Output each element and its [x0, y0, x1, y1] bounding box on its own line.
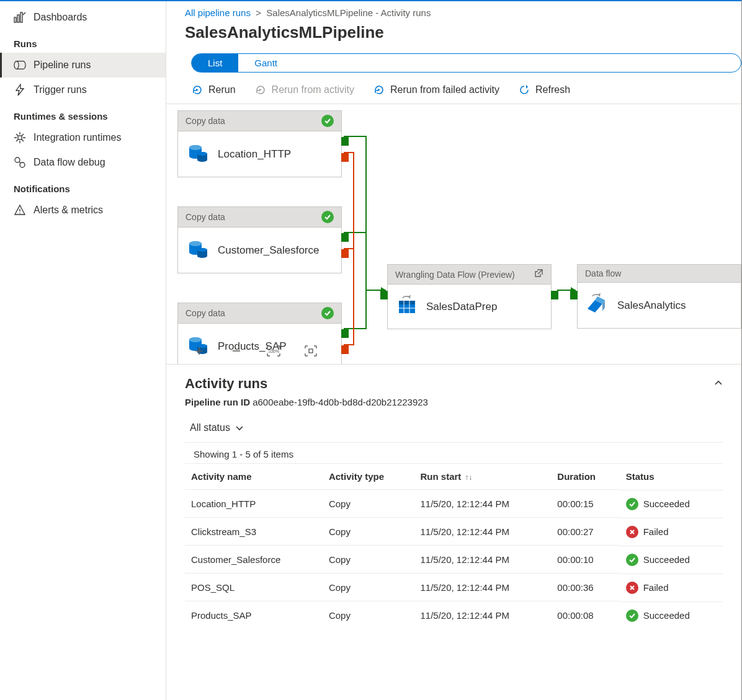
- svg-point-6: [20, 162, 25, 167]
- integration-icon: [14, 131, 26, 144]
- breadcrumb: All pipeline runs > SalesAnalyticsMLPipe…: [166, 1, 741, 20]
- sidebar-item-alerts-metrics[interactable]: Alerts & metrics: [0, 198, 166, 223]
- activity-runs-title: Activity runs: [185, 376, 267, 392]
- chevron-down-icon: [235, 423, 244, 432]
- svg-point-16: [189, 241, 202, 246]
- rerun-failed-icon: [373, 84, 385, 96]
- node-salesdataprep[interactable]: Wrangling Data Flow (Preview) SalesDataP…: [387, 264, 552, 329]
- page-title: SalesAnalyticsMLPipeline: [166, 20, 741, 48]
- grid-icon: [396, 295, 418, 319]
- pipeline-canvas[interactable]: Copy data Location_HTTP: [166, 104, 741, 365]
- sidebar-label: Dashboards: [34, 12, 87, 23]
- status-success-icon: [321, 211, 334, 223]
- table-row[interactable]: Clickstream_S3Copy11/5/20, 12:12:44 PM00…: [185, 518, 723, 546]
- svg-point-18: [197, 248, 207, 252]
- run-id-value: a600eabe-19fb-4d0b-bd8d-d20b21223923: [253, 397, 428, 407]
- rerun-from-activity-button: Rerun from activity: [254, 84, 354, 96]
- refresh-icon: [518, 84, 530, 96]
- col-status[interactable]: Status: [620, 464, 723, 490]
- svg-rect-2: [20, 12, 22, 22]
- rerun-from-failed-button[interactable]: Rerun from failed activity: [373, 84, 499, 96]
- table-row[interactable]: Location_HTTPCopy11/5/20, 12:12:44 PM00:…: [185, 490, 723, 518]
- sidebar-item-dashboards[interactable]: Dashboards: [0, 5, 166, 30]
- collapse-icon[interactable]: [714, 379, 723, 389]
- table-row[interactable]: Products_SAPCopy11/5/20, 12:12:44 PM00:0…: [185, 601, 723, 629]
- svg-point-8: [19, 213, 20, 214]
- activity-runs-panel: Activity runs Pipeline run ID a600eabe-1…: [166, 365, 741, 700]
- sidebar-item-integration-runtimes[interactable]: Integration runtimes: [0, 125, 166, 150]
- database-icon: [187, 237, 209, 263]
- node-salesanalytics[interactable]: Data flow SalesAnalytics: [577, 264, 741, 329]
- svg-point-3: [14, 61, 19, 69]
- zoom-100-button[interactable]: 100%: [266, 343, 282, 359]
- database-icon: [187, 141, 209, 167]
- showing-count: Showing 1 - 5 of 5 items: [194, 449, 723, 459]
- svg-point-14: [197, 152, 207, 156]
- sidebar-label: Trigger runs: [34, 84, 87, 95]
- pipeline-icon: [14, 59, 26, 71]
- status-success-icon: [321, 307, 334, 319]
- sidebar-label: Integration runtimes: [34, 132, 121, 143]
- status-success-icon: [626, 498, 638, 510]
- main-content: All pipeline runs > SalesAnalyticsMLPipe…: [166, 1, 741, 700]
- status-failed-icon: [626, 526, 638, 538]
- sidebar-item-trigger-runs[interactable]: Trigger runs: [0, 78, 166, 102]
- status-success-icon: [626, 554, 638, 566]
- toolbar: Rerun Rerun from activity Rerun from fai…: [166, 78, 741, 104]
- node-location-http[interactable]: Copy data Location_HTTP: [177, 110, 342, 177]
- svg-rect-29: [309, 349, 313, 353]
- rerun-button[interactable]: Rerun: [191, 84, 236, 96]
- breadcrumb-current: SalesAnalyticsMLPipeline - Activity runs: [266, 7, 431, 18]
- svg-point-5: [15, 157, 20, 162]
- run-id-label: Pipeline run ID: [185, 397, 250, 407]
- sidebar: Dashboards Runs Pipeline runs Trigger ru…: [0, 1, 166, 700]
- col-activity-name[interactable]: Activity name: [185, 464, 323, 490]
- sidebar-section-runs: Runs: [0, 30, 166, 53]
- svg-rect-4: [18, 136, 22, 140]
- sidebar-item-pipeline-runs[interactable]: Pipeline runs: [0, 53, 166, 78]
- open-external-icon[interactable]: [534, 268, 543, 280]
- alert-icon: [14, 204, 26, 216]
- sidebar-section-runtimes: Runtimes & sessions: [0, 102, 166, 125]
- svg-rect-1: [17, 15, 19, 22]
- col-duration[interactable]: Duration: [551, 464, 619, 490]
- svg-point-20: [189, 337, 202, 342]
- view-toggle: List Gantt: [191, 53, 741, 73]
- breadcrumb-root[interactable]: All pipeline runs: [185, 7, 251, 18]
- view-toggle-list[interactable]: List: [192, 54, 238, 72]
- status-filter[interactable]: All status: [185, 420, 249, 436]
- view-toggle-gantt[interactable]: Gantt: [238, 54, 293, 72]
- svg-rect-24: [399, 301, 415, 304]
- dashboard-icon: [14, 11, 26, 24]
- refresh-button[interactable]: Refresh: [518, 84, 570, 96]
- status-success-icon: [626, 609, 638, 622]
- sidebar-section-notifications: Notifications: [0, 175, 166, 198]
- fit-screen-button[interactable]: [303, 343, 319, 359]
- table-row[interactable]: POS_SQLCopy11/5/20, 12:12:44 PM00:00:36 …: [185, 574, 723, 601]
- debug-icon: [14, 156, 26, 169]
- svg-point-12: [189, 145, 202, 150]
- node-customer-salesforce[interactable]: Copy data Customer_Salesforce: [177, 206, 342, 273]
- dataflow-icon: [586, 293, 609, 318]
- svg-text:100%: 100%: [268, 349, 279, 353]
- status-success-icon: [321, 115, 334, 127]
- status-failed-icon: [626, 582, 638, 594]
- col-run-start[interactable]: Run start↑↓: [414, 464, 551, 490]
- sidebar-item-data-flow-debug[interactable]: Data flow debug: [0, 150, 166, 175]
- table-row[interactable]: Customer_SalesforceCopy11/5/20, 12:12:44…: [185, 546, 723, 574]
- zoom-out-button[interactable]: [228, 343, 244, 359]
- sidebar-label: Alerts & metrics: [34, 205, 103, 216]
- canvas-tools: 100%: [191, 343, 319, 359]
- sort-icon: ↑↓: [465, 473, 472, 482]
- col-activity-type[interactable]: Activity type: [323, 464, 414, 490]
- trigger-icon: [14, 84, 26, 96]
- svg-rect-0: [14, 17, 16, 22]
- sidebar-label: Data flow debug: [34, 157, 105, 168]
- activity-runs-table: Activity name Activity type Run start↑↓ …: [185, 463, 723, 629]
- rerun-activity-icon: [254, 84, 267, 96]
- rerun-icon: [191, 84, 203, 96]
- zoom-in-button[interactable]: [191, 343, 207, 359]
- sidebar-label: Pipeline runs: [34, 60, 91, 71]
